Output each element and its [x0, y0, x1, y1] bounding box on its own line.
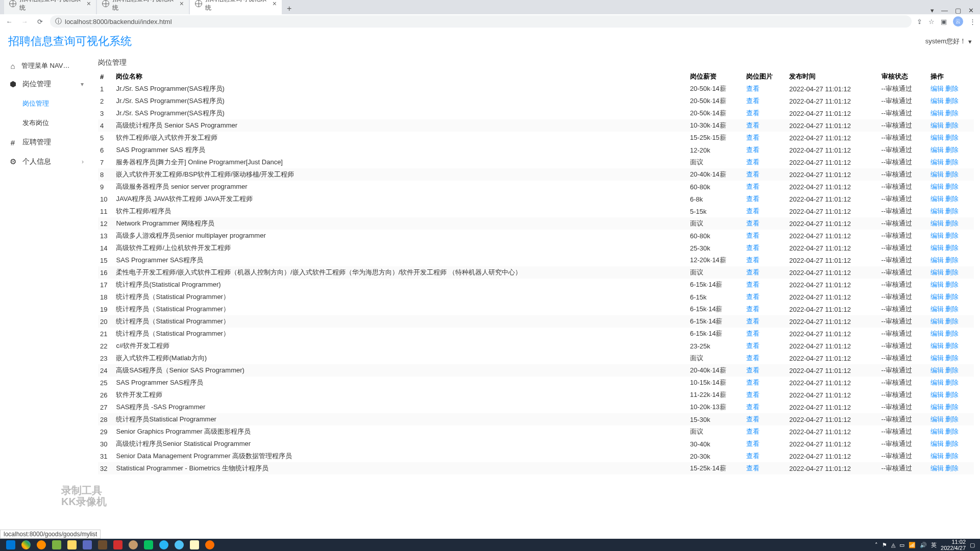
taskbar-wechat[interactable]: [141, 539, 156, 540]
address-bar[interactable]: ⓘ localhost:8000/backendui/index.html: [50, 15, 912, 28]
view-image-link[interactable]: 查看: [746, 342, 760, 349]
edit-link[interactable]: 编辑: [930, 342, 944, 349]
view-image-link[interactable]: 查看: [746, 146, 760, 154]
sidebar-item-position-manage[interactable]: 岗位管理: [5, 94, 87, 113]
view-image-link[interactable]: 查看: [746, 464, 760, 472]
taskbar-app-3[interactable]: [95, 539, 110, 540]
delete-link[interactable]: 删除: [945, 293, 959, 300]
delete-link[interactable]: 删除: [945, 342, 959, 349]
edit-link[interactable]: 编辑: [930, 317, 944, 325]
view-image-link[interactable]: 查看: [746, 293, 760, 300]
delete-link[interactable]: 删除: [945, 170, 959, 178]
minimize-icon[interactable]: —: [941, 7, 948, 14]
delete-link[interactable]: 删除: [945, 379, 959, 386]
delete-link[interactable]: 删除: [945, 317, 959, 325]
view-image-link[interactable]: 查看: [746, 379, 760, 386]
browser-tab-0[interactable]: 招聘信息查询可视化系统×: [4, 0, 96, 14]
sidebar-item-positions[interactable]: ⬢ 岗位管理 ▾: [5, 74, 87, 94]
edit-link[interactable]: 编辑: [930, 452, 944, 460]
view-image-link[interactable]: 查看: [746, 109, 760, 117]
delete-link[interactable]: 删除: [945, 428, 959, 435]
view-image-link[interactable]: 查看: [746, 403, 760, 411]
delete-link[interactable]: 删除: [945, 207, 959, 215]
edit-link[interactable]: 编辑: [930, 232, 944, 239]
view-image-link[interactable]: 查看: [746, 391, 760, 398]
edit-link[interactable]: 编辑: [930, 391, 944, 398]
view-image-link[interactable]: 查看: [746, 354, 760, 362]
taskbar-app-1[interactable]: [49, 539, 64, 540]
delete-link[interactable]: 删除: [945, 330, 959, 337]
sidebar-item-apply-manage[interactable]: # 应聘管理: [5, 133, 87, 152]
taskbar-chrome[interactable]: [18, 539, 34, 540]
edit-link[interactable]: 编辑: [930, 305, 944, 313]
edit-link[interactable]: 编辑: [930, 134, 944, 141]
edit-link[interactable]: 编辑: [930, 268, 944, 276]
delete-link[interactable]: 删除: [945, 354, 959, 362]
edit-link[interactable]: 编辑: [930, 97, 944, 105]
view-image-link[interactable]: 查看: [746, 317, 760, 325]
new-tab-button[interactable]: +: [283, 3, 296, 14]
delete-link[interactable]: 删除: [945, 464, 959, 472]
edit-link[interactable]: 编辑: [930, 219, 944, 227]
profile-avatar[interactable]: 云: [953, 16, 963, 27]
delete-link[interactable]: 删除: [945, 452, 959, 460]
delete-link[interactable]: 删除: [945, 158, 959, 166]
view-image-link[interactable]: 查看: [746, 232, 760, 239]
taskbar-app-4[interactable]: [126, 539, 141, 540]
edit-link[interactable]: 编辑: [930, 109, 944, 117]
edit-link[interactable]: 编辑: [930, 464, 944, 472]
edit-link[interactable]: 编辑: [930, 428, 944, 435]
edit-link[interactable]: 编辑: [930, 379, 944, 386]
close-icon[interactable]: ×: [180, 0, 184, 8]
view-image-link[interactable]: 查看: [746, 134, 760, 141]
chevron-down-icon[interactable]: ▾: [930, 7, 934, 14]
taskbar-app-6[interactable]: [187, 539, 202, 540]
edit-link[interactable]: 编辑: [930, 121, 944, 129]
edit-link[interactable]: 编辑: [930, 195, 944, 203]
delete-link[interactable]: 删除: [945, 305, 959, 313]
taskbar-clock[interactable]: 11:02 2022/4/27: [941, 539, 966, 540]
delete-link[interactable]: 删除: [945, 232, 959, 239]
extension-icon[interactable]: ▣: [941, 18, 947, 26]
close-window-icon[interactable]: ✕: [968, 7, 974, 14]
edit-link[interactable]: 编辑: [930, 85, 944, 92]
view-image-link[interactable]: 查看: [746, 428, 760, 435]
edit-link[interactable]: 编辑: [930, 354, 944, 362]
browser-tab-2[interactable]: 招聘信息查询可视化系统×: [190, 0, 282, 14]
taskbar-wps[interactable]: [110, 539, 126, 540]
share-icon[interactable]: ⇪: [917, 18, 922, 26]
close-icon[interactable]: ×: [87, 0, 91, 8]
delete-link[interactable]: 删除: [945, 146, 959, 154]
edit-link[interactable]: 编辑: [930, 415, 944, 423]
edit-link[interactable]: 编辑: [930, 440, 944, 447]
edit-link[interactable]: 编辑: [930, 207, 944, 215]
view-image-link[interactable]: 查看: [746, 244, 760, 252]
view-image-link[interactable]: 查看: [746, 305, 760, 313]
sidebar-item-publish[interactable]: 发布岗位: [5, 113, 87, 133]
delete-link[interactable]: 删除: [945, 219, 959, 227]
taskbar-app-2[interactable]: [80, 539, 95, 540]
delete-link[interactable]: 删除: [945, 391, 959, 398]
edit-link[interactable]: 编辑: [930, 330, 944, 337]
edit-link[interactable]: 编辑: [930, 256, 944, 264]
start-button[interactable]: [3, 539, 18, 540]
delete-link[interactable]: 删除: [945, 256, 959, 264]
view-image-link[interactable]: 查看: [746, 195, 760, 203]
edit-link[interactable]: 编辑: [930, 158, 944, 166]
view-image-link[interactable]: 查看: [746, 415, 760, 423]
taskbar-search[interactable]: [34, 539, 49, 540]
delete-link[interactable]: 删除: [945, 366, 959, 374]
delete-link[interactable]: 删除: [945, 415, 959, 423]
user-menu[interactable]: system您好！ ▾: [925, 37, 972, 46]
delete-link[interactable]: 删除: [945, 183, 959, 190]
back-button[interactable]: ←: [4, 18, 14, 26]
taskbar-app-5[interactable]: [172, 539, 187, 540]
sidebar-item-profile[interactable]: ⚙ 个人信息 ›: [5, 152, 87, 171]
delete-link[interactable]: 删除: [945, 121, 959, 129]
taskbar-edge[interactable]: [156, 539, 172, 540]
delete-link[interactable]: 删除: [945, 268, 959, 276]
delete-link[interactable]: 删除: [945, 244, 959, 252]
delete-link[interactable]: 删除: [945, 195, 959, 203]
browser-tab-1[interactable]: 招聘信息查询可视化系统×: [97, 0, 189, 14]
delete-link[interactable]: 删除: [945, 85, 959, 92]
